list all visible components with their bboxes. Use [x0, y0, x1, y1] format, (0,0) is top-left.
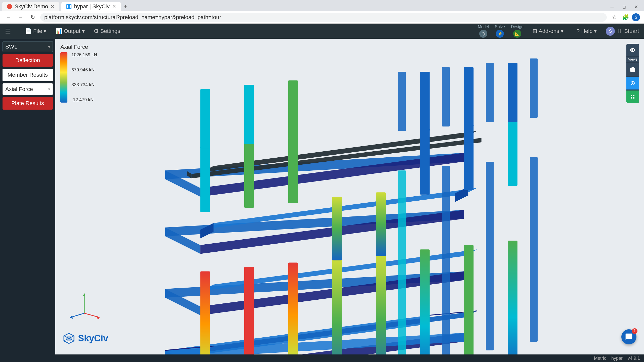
- svg-point-75: [632, 82, 633, 84]
- deflection-button[interactable]: Deflection: [3, 54, 53, 67]
- svg-rect-43: [398, 170, 406, 354]
- grid-icon: [630, 94, 635, 99]
- tab-close-2[interactable]: ✕: [112, 4, 116, 9]
- model-label: Model: [478, 25, 489, 29]
- legend-labels: 1026.159 kN 679.946 kN 333.734 kN -12.47…: [71, 52, 97, 103]
- browser-chrome: SkyCiv Demo ✕ hypar | SkyCiv ✕ ＋ ─ □ ✕ ←…: [0, 0, 644, 24]
- addons-button[interactable]: ⊞ Add-ons ▾: [529, 26, 568, 36]
- design-icon[interactable]: 📐: [513, 30, 521, 38]
- output-label: Output: [64, 28, 80, 34]
- address-bar: ← → ↻ ☆ 🧩 S: [0, 11, 644, 24]
- skyciv-logo-icon: [63, 332, 75, 344]
- svg-rect-40: [420, 249, 429, 354]
- solve-label: Solve: [495, 25, 505, 29]
- axis-indicator: [68, 291, 101, 324]
- url-input[interactable]: [40, 13, 607, 22]
- svg-marker-68: [70, 316, 73, 319]
- svg-rect-58: [486, 63, 494, 122]
- bookmark-icon[interactable]: ☆: [610, 13, 619, 22]
- circle-blue-button[interactable]: [626, 77, 639, 89]
- app-header: ☰ 📄 File ▾ 📊 Output ▾ ⚙ Settings Model: [0, 24, 644, 39]
- svg-rect-44: [442, 166, 450, 354]
- load-case-select[interactable]: SW1 SW2 LC1 LC2: [3, 41, 53, 52]
- tab-close-1[interactable]: ✕: [51, 4, 54, 9]
- settings-icon: ⚙: [94, 28, 99, 34]
- svg-marker-66: [97, 316, 100, 319]
- svg-rect-48: [244, 142, 254, 208]
- file-icon: 📄: [25, 28, 32, 34]
- hamburger-menu[interactable]: ☰: [5, 27, 11, 35]
- svg-rect-33: [200, 272, 210, 354]
- user-name: Hi Stuart: [617, 28, 639, 34]
- model-icon-group: ⬡: [479, 30, 487, 38]
- svg-rect-79: [633, 97, 634, 99]
- header-right: Model ⬡ Solve ⚡ Design 📐: [478, 25, 639, 38]
- legend: Axial Force 1026.159 kN 679.946 kN 333.7…: [60, 44, 97, 103]
- extensions-icon[interactable]: 🧩: [621, 13, 630, 22]
- maximize-button[interactable]: □: [618, 3, 630, 11]
- model-group: Model ⬡: [478, 25, 489, 38]
- output-icon: 📊: [55, 28, 62, 34]
- minimize-button[interactable]: ─: [606, 3, 618, 11]
- user-info[interactable]: S Hi Stuart: [606, 27, 639, 36]
- model-icon[interactable]: ⬡: [479, 30, 487, 38]
- svg-rect-76: [631, 95, 632, 96]
- camera-button[interactable]: [626, 63, 639, 76]
- window-controls: ─ □ ✕: [606, 3, 644, 11]
- svg-rect-49: [288, 138, 298, 203]
- app: ☰ 📄 File ▾ 📊 Output ▾ ⚙ Settings Model: [0, 24, 644, 362]
- new-tab-button[interactable]: ＋: [121, 2, 130, 11]
- svg-rect-46: [530, 157, 538, 341]
- tab-skyciv-demo[interactable]: SkyCiv Demo ✕: [2, 2, 59, 11]
- close-button[interactable]: ✕: [630, 3, 642, 11]
- svg-rect-34: [244, 267, 254, 354]
- chat-badge: 1: [632, 328, 637, 334]
- solve-icon-group: ⚡: [496, 30, 504, 38]
- svg-rect-47: [200, 146, 210, 212]
- tab-icon-skyciv: [7, 4, 12, 9]
- tab-hypar-skyciv[interactable]: hypar | SkyCiv ✕: [61, 2, 121, 11]
- svg-rect-55: [288, 80, 298, 140]
- circle-green-button[interactable]: [626, 90, 639, 103]
- right-panel: Views: [626, 44, 639, 103]
- member-results-button[interactable]: Member Results: [3, 69, 53, 81]
- svg-line-65: [84, 313, 98, 317]
- reload-button[interactable]: ↻: [28, 13, 37, 22]
- force-type-select[interactable]: Axial Force Shear Force Y Shear Force Z …: [3, 83, 53, 95]
- svg-line-67: [72, 313, 84, 317]
- tab-label-1: SkyCiv Demo: [15, 3, 48, 10]
- app-nav: 📄 File ▾ 📊 Output ▾ ⚙ Settings: [21, 26, 468, 36]
- toolbar-icons: ☆ 🧩 S: [610, 13, 640, 22]
- help-icon: ?: [577, 28, 580, 34]
- output-chevron: ▾: [82, 28, 85, 34]
- forward-button[interactable]: →: [16, 13, 25, 22]
- solve-icon[interactable]: ⚡: [496, 30, 504, 38]
- status-bar: Metric hypar v4.9.1: [0, 354, 644, 362]
- svg-rect-56: [398, 72, 406, 131]
- file-menu[interactable]: 📄 File ▾: [21, 26, 50, 36]
- plate-results-button[interactable]: Plate Results: [3, 97, 53, 110]
- sidebar: SW1 SW2 LC1 LC2 ▾ Deflection Member Resu…: [0, 39, 55, 354]
- profile-avatar[interactable]: S: [632, 13, 640, 21]
- tab-icon-hypar: [66, 4, 71, 9]
- svg-rect-57: [442, 67, 450, 127]
- back-button[interactable]: ←: [4, 13, 13, 22]
- skyciv-logo: SkyCiv: [63, 332, 108, 344]
- chat-button[interactable]: 1: [621, 329, 636, 344]
- eye-icon: [630, 47, 636, 53]
- help-button[interactable]: ? Help ▾: [573, 26, 601, 36]
- axis-svg: [68, 291, 101, 323]
- legend-value-2: 679.946 kN: [71, 67, 97, 73]
- svg-rect-38: [332, 197, 342, 260]
- eye-button[interactable]: [626, 44, 639, 56]
- views-label: Views: [626, 57, 639, 62]
- legend-value-4: -12.479 kN: [71, 97, 97, 103]
- output-menu[interactable]: 📊 Output ▾: [51, 26, 89, 36]
- svg-rect-51: [464, 124, 473, 190]
- design-icon-group: 📐: [513, 30, 521, 38]
- help-chevron: ▾: [594, 28, 597, 34]
- skyciv-logo-text: SkyCiv: [78, 333, 108, 344]
- tab-label-2: hypar | SkyCiv: [74, 3, 109, 10]
- camera-icon: [630, 67, 636, 73]
- settings-menu[interactable]: ⚙ Settings: [90, 26, 125, 36]
